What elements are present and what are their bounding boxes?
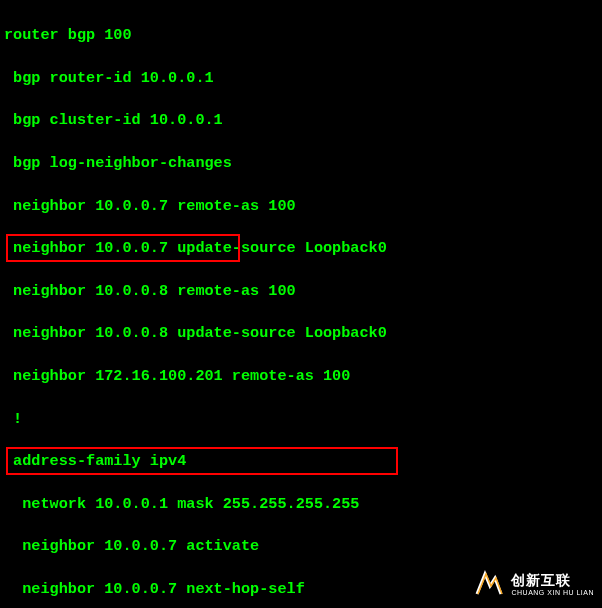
config-line: bgp router-id 10.0.0.1: [4, 68, 598, 89]
config-line: router bgp 100: [4, 25, 598, 46]
watermark-text: 创新互联 CHUANG XIN HU LIAN: [511, 573, 594, 596]
config-line: !: [4, 409, 598, 430]
config-line: neighbor 10.0.0.8 update-source Loopback…: [4, 323, 598, 344]
config-line: neighbor 10.0.0.7 update-source Loopback…: [4, 238, 598, 259]
config-line: neighbor 10.0.0.7 activate: [4, 536, 598, 557]
config-line: neighbor 10.0.0.7 remote-as 100: [4, 196, 598, 217]
watermark-cn: 创新互联: [511, 573, 594, 587]
config-line: bgp log-neighbor-changes: [4, 153, 598, 174]
watermark-en: CHUANG XIN HU LIAN: [511, 589, 594, 596]
config-line: neighbor 10.0.0.8 remote-as 100: [4, 281, 598, 302]
config-line: bgp cluster-id 10.0.0.1: [4, 110, 598, 131]
watermark: 创新互联 CHUANG XIN HU LIAN: [473, 568, 594, 600]
config-line: neighbor 172.16.100.201 remote-as 100: [4, 366, 598, 387]
config-line: network 10.0.0.1 mask 255.255.255.255: [4, 494, 598, 515]
config-line: address-family ipv4: [4, 451, 598, 472]
watermark-logo-icon: [473, 568, 505, 600]
terminal-output: router bgp 100 bgp router-id 10.0.0.1 bg…: [0, 0, 602, 608]
